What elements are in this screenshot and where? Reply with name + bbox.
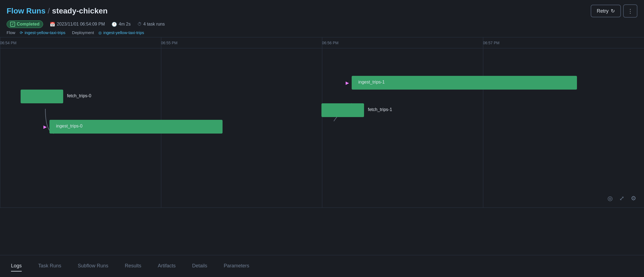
datetime-value: 2023/11/01 06:54:09 PM (57, 22, 105, 27)
tab-results[interactable]: Results (125, 261, 141, 272)
retry-label: Retry (597, 8, 609, 14)
task-bar-ingest_trips-1[interactable] (352, 76, 577, 90)
arrow-ingest_trips-1: ▶ (346, 80, 349, 85)
time-label-2: 06:56 PM (322, 41, 338, 45)
status-check-icon: ✓ (10, 22, 15, 27)
tab-artifacts[interactable]: Artifacts (158, 261, 176, 272)
deployment-link-icon: ◎ (98, 31, 102, 35)
clock-icon: 🕐 (112, 22, 117, 27)
task-bar-fetch_trips-1[interactable] (321, 103, 364, 117)
task-label-ingest_trips-1: ingest_trips-1 (358, 80, 385, 85)
retry-button[interactable]: Retry ↻ (591, 5, 621, 17)
task-label-ingest_trips-0: ingest_trips-0 (56, 124, 82, 129)
status-label: Completed (17, 22, 40, 27)
arrow-ingest_trips-0: ▶ (43, 124, 47, 129)
flow-link[interactable]: ⟳ ingest-yellow-taxi-trips (20, 30, 65, 35)
flow-link-icon: ⟳ (20, 31, 23, 35)
expand-button[interactable]: ⤢ (618, 194, 625, 203)
task-label-fetch_trips-0: fetch_trips-0 (67, 93, 91, 98)
retry-icon: ↻ (611, 8, 615, 14)
tab-logs[interactable]: Logs (11, 261, 22, 272)
flow-link-text: ingest-yellow-taxi-trips (25, 30, 65, 35)
title-row: Flow Runs / steady-chicken Retry ↻ ⋮ (7, 4, 637, 18)
flow-runs-link[interactable]: Flow Runs (7, 7, 46, 15)
flow-label: Flow (7, 30, 15, 35)
tab-parameters[interactable]: Parameters (224, 261, 249, 272)
meta-row: ✓ Completed 📅 2023/11/01 06:54:09 PM 🕐 4… (7, 20, 637, 28)
deployment-label: Deployment (72, 30, 94, 35)
time-label-0: 06:54 PM (0, 41, 16, 45)
task-area: fetch_trips-0▶ingest_trips-0fetch_trips-… (0, 48, 644, 207)
tab-task-runs[interactable]: Task Runs (38, 261, 61, 272)
timeline[interactable]: 06:54 PM06:55 PM06:56 PM06:57 PM06:58 PM… (0, 37, 644, 208)
tab-details[interactable]: Details (192, 261, 207, 272)
time-label-1: 06:55 PM (161, 41, 177, 45)
datetime-meta: 📅 2023/11/01 06:54:09 PM (50, 22, 105, 27)
header: Flow Runs / steady-chicken Retry ↻ ⋮ ✓ C… (0, 0, 644, 37)
deployment-link-text: ingest-yellow-taxi-trips (103, 30, 144, 35)
task-icon: ⏱ (137, 22, 142, 27)
run-name: steady-chicken (52, 7, 107, 15)
duration-meta: 🕐 4m 2s (112, 22, 131, 27)
center-button[interactable]: ◎ (606, 194, 614, 203)
task-runs-value: 4 task runs (143, 22, 165, 27)
task-runs-meta: ⏱ 4 task runs (137, 22, 165, 27)
task-bar-fetch_trips-0[interactable] (21, 90, 63, 103)
duration-value: 4m 2s (119, 22, 131, 27)
timeline-controls: ◎ ⤢ ⚙ (606, 194, 637, 203)
title-left: Flow Runs / steady-chicken (7, 7, 108, 15)
settings-button[interactable]: ⚙ (630, 194, 637, 203)
time-label-3: 06:57 PM (483, 41, 499, 45)
title-separator: / (48, 7, 50, 15)
bottom-tabs: LogsTask RunsSubflow RunsResultsArtifact… (0, 255, 644, 277)
tab-subflow-runs[interactable]: Subflow Runs (78, 261, 108, 272)
title-actions: Retry ↻ ⋮ (591, 4, 637, 18)
status-badge: ✓ Completed (7, 20, 43, 28)
more-options-button[interactable]: ⋮ (623, 4, 637, 18)
task-label-fetch_trips-1: fetch_trips-1 (368, 107, 392, 112)
links-row: Flow ⟳ ingest-yellow-taxi-trips Deployme… (7, 30, 637, 35)
calendar-icon: 📅 (50, 22, 55, 27)
deployment-link[interactable]: ◎ ingest-yellow-taxi-trips (98, 30, 144, 35)
